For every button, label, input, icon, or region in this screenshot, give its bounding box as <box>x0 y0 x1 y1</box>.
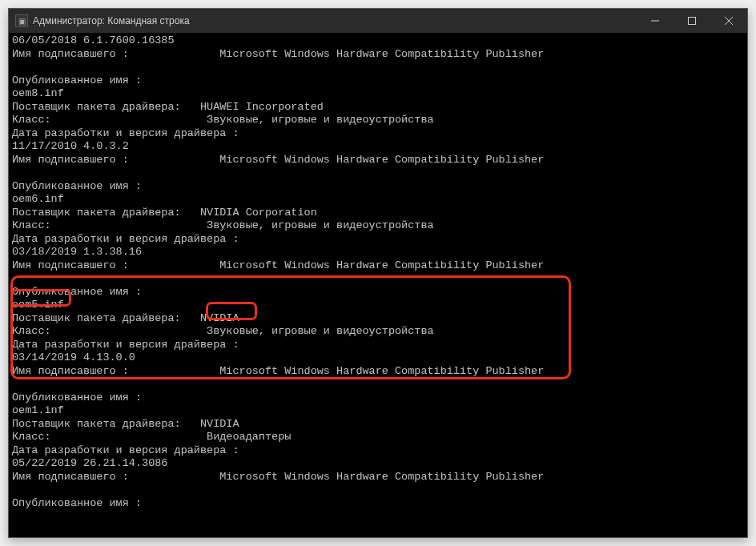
signer-value: Microsoft Windows Hardware Compatibility… <box>219 365 544 377</box>
line: 06/05/2018 6.1.7600.16385 <box>12 34 175 46</box>
signer-value: Microsoft Windows Hardware Compatibility… <box>219 471 544 483</box>
signer-label: Имя подписавшего : <box>12 154 129 166</box>
provider-value: NVIDIA <box>200 312 239 324</box>
date-version: 03/14/2019 4.13.0.0 <box>12 351 135 363</box>
date-version: 11/17/2010 4.0.3.2 <box>12 140 129 152</box>
signer-label: Имя подписавшего : <box>12 259 129 271</box>
date-label: Дата разработки и версия драйвера : <box>12 339 239 351</box>
provider-value: NVIDIA Corporation <box>200 207 317 219</box>
date-label: Дата разработки и версия драйвера : <box>12 233 239 245</box>
app-icon: ▣ <box>15 14 28 27</box>
command-prompt-window: ▣ Администратор: Командная строка 06/05/… <box>8 8 748 538</box>
class-value: Видеоадаптеры <box>207 431 291 443</box>
class-label: Класс: <box>12 114 51 126</box>
provider-label: Поставщик пакета драйвера: <box>12 418 181 430</box>
terminal-output[interactable]: 06/05/2018 6.1.7600.16385 Имя подписавше… <box>9 33 747 537</box>
inf-name: oem8.inf <box>12 87 64 99</box>
pub-label: Опубликованное имя : <box>12 391 142 403</box>
class-label: Класс: <box>12 325 51 337</box>
date-label: Дата разработки и версия драйвера : <box>12 127 239 139</box>
provider-value: HUAWEI Incorporated <box>200 101 324 113</box>
svg-rect-1 <box>689 18 696 25</box>
inf-name: oem1.inf <box>12 404 64 416</box>
signer-label: Имя подписавшего : <box>12 365 129 377</box>
provider-label: Поставщик пакета драйвера: <box>12 207 181 219</box>
pub-label: Опубликованное имя : <box>12 497 142 509</box>
date-label: Дата разработки и версия драйвера : <box>12 444 239 456</box>
class-value: Звуковые, игровые и видеоустройства <box>207 219 434 231</box>
titlebar[interactable]: ▣ Администратор: Командная строка <box>9 9 747 33</box>
signer-value: Microsoft Windows Hardware Compatibility… <box>219 48 544 60</box>
signer-value: Microsoft Windows Hardware Compatibility… <box>219 154 544 166</box>
inf-name: oem6.inf <box>12 193 64 205</box>
pub-label: Опубликованное имя : <box>12 74 142 86</box>
class-value: Звуковые, игровые и видеоустройства <box>207 325 434 337</box>
pub-label: Опубликованное имя : <box>12 180 142 192</box>
close-button[interactable] <box>710 9 747 33</box>
class-value: Звуковые, игровые и видеоустройства <box>207 114 434 126</box>
window-title: Администратор: Командная строка <box>33 15 637 26</box>
provider-label: Поставщик пакета драйвера: <box>12 312 181 324</box>
minimize-button[interactable] <box>637 9 674 33</box>
window-controls <box>637 9 747 33</box>
pub-label: Опубликованное имя : <box>12 286 142 298</box>
date-version: 05/22/2019 26.21.14.3086 <box>12 457 167 469</box>
signer-value: Microsoft Windows Hardware Compatibility… <box>219 259 544 271</box>
provider-value: NVIDIA <box>200 418 239 430</box>
class-label: Класс: <box>12 431 51 443</box>
maximize-button[interactable] <box>674 9 710 33</box>
provider-label: Поставщик пакета драйвера: <box>12 101 181 113</box>
signer-label: Имя подписавшего : <box>12 48 129 60</box>
date-version: 03/18/2019 1.3.38.16 <box>12 246 142 258</box>
inf-name: oem5.inf <box>12 299 64 311</box>
class-label: Класс: <box>12 219 51 231</box>
signer-label: Имя подписавшего : <box>12 471 129 483</box>
